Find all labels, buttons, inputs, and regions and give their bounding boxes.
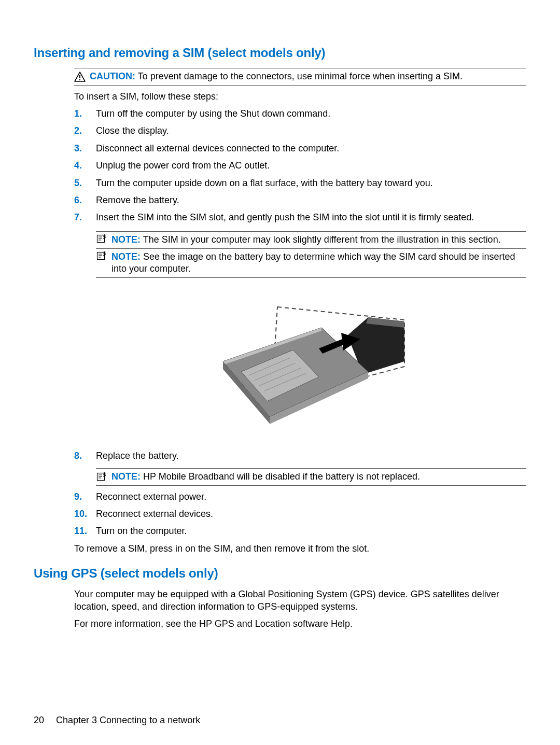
sim-insert-illustration	[213, 286, 410, 442]
step-9: 9.Reconnect external power.	[74, 491, 526, 503]
step-2: 2.Close the display.	[74, 125, 526, 137]
caution-label: CAUTION:	[90, 71, 135, 81]
note7b-body-text: See the image on the battery bay to dete…	[111, 251, 515, 274]
step8-note: NOTE: HP Mobile Broadband will be disabl…	[96, 468, 526, 485]
note-label: NOTE:	[111, 251, 141, 262]
note-icon	[96, 251, 107, 263]
step-3: 3.Disconnect all external devices connec…	[74, 143, 526, 154]
section-heading-gps: Using GPS (select models only)	[34, 565, 526, 581]
svg-rect-1	[79, 79, 80, 80]
section-body-gps: Your computer may be equipped with a Glo…	[74, 588, 526, 630]
section-body-sim: CAUTION: To prevent damage to the connec…	[74, 68, 526, 555]
note7a-body-text: The SIM in your computer may look slight…	[143, 234, 501, 245]
caution-admonition: CAUTION: To prevent damage to the connec…	[74, 68, 526, 85]
page-root: Inserting and removing a SIM (select mod…	[0, 0, 560, 745]
gps-paragraph-2: For more information, see the HP GPS and…	[74, 618, 526, 630]
note-icon	[96, 472, 107, 482]
step-10: 10.Reconnect external devices.	[74, 508, 526, 520]
step-6: 6.Remove the battery.	[74, 194, 526, 206]
footer-chapter-text: Chapter 3 Connecting to a network	[56, 715, 200, 725]
note-label: NOTE:	[111, 234, 141, 245]
svg-rect-0	[79, 75, 80, 78]
steps-list: 1.Turn off the computer by using the Shu…	[74, 108, 526, 538]
step-4: 4.Unplug the power cord from the AC outl…	[74, 160, 526, 172]
remove-sim-paragraph: To remove a SIM, press in on the SIM, an…	[74, 543, 526, 555]
intro-paragraph: To insert a SIM, follow these steps:	[74, 91, 526, 103]
step-5: 5.Turn the computer upside down on a fla…	[74, 177, 526, 189]
step-1: 1.Turn off the computer by using the Shu…	[74, 108, 526, 120]
note8-body-text: HP Mobile Broadband will be disabled if …	[143, 471, 420, 482]
section-heading-sim: Inserting and removing a SIM (select mod…	[34, 45, 526, 61]
step-7: 7.Insert the SIM into the SIM slot, and …	[74, 212, 526, 442]
note-label: NOTE:	[111, 471, 141, 482]
gps-paragraph-1: Your computer may be equipped with a Glo…	[74, 588, 526, 613]
note-icon	[96, 234, 107, 246]
caution-icon	[74, 72, 86, 82]
step-11: 11.Turn on the computer.	[74, 525, 526, 537]
page-number: 20	[34, 715, 44, 725]
page-footer: 20 Chapter 3 Connecting to a network	[34, 714, 526, 726]
step-8: 8.Replace the battery. NOTE: HP Mobile B…	[74, 450, 526, 486]
caution-body-text: To prevent damage to the connectors, use…	[138, 71, 463, 81]
step7-notes: NOTE: The SIM in your computer may look …	[96, 231, 526, 278]
